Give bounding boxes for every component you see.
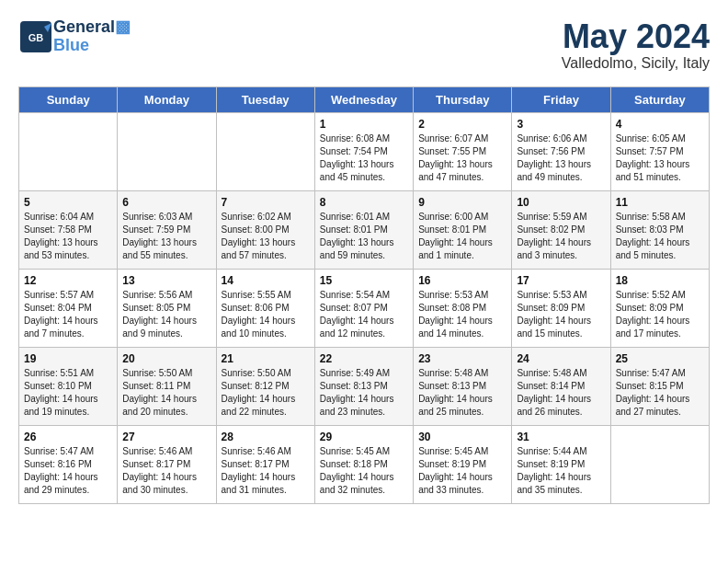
day-number: 30	[418, 431, 506, 443]
day-info: Sunrise: 6:00 AM Sunset: 8:01 PM Dayligh…	[418, 211, 506, 262]
logo-blue: Blue	[53, 37, 131, 53]
day-info: Sunrise: 5:48 AM Sunset: 8:14 PM Dayligh…	[517, 367, 605, 419]
calendar-cell: 16Sunrise: 5:53 AM Sunset: 8:08 PM Dayli…	[414, 269, 512, 347]
day-number: 1	[320, 118, 408, 131]
day-info: Sunrise: 5:58 AM Sunset: 8:03 PM Dayligh…	[616, 211, 704, 262]
calendar-cell: 30Sunrise: 5:45 AM Sunset: 8:19 PM Dayli…	[414, 425, 512, 503]
day-number: 8	[320, 196, 408, 209]
day-info: Sunrise: 5:47 AM Sunset: 8:15 PM Dayligh…	[616, 367, 704, 419]
day-info: Sunrise: 5:56 AM Sunset: 8:05 PM Dayligh…	[122, 289, 210, 340]
weekday-header-sunday: Sunday	[19, 86, 118, 112]
day-number: 12	[24, 274, 112, 287]
calendar-cell: 26Sunrise: 5:47 AM Sunset: 8:16 PM Dayli…	[19, 425, 118, 503]
day-number: 16	[418, 274, 506, 287]
calendar-cell: 25Sunrise: 5:47 AM Sunset: 8:15 PM Dayli…	[610, 347, 709, 425]
day-number: 29	[320, 431, 408, 443]
calendar-cell: 29Sunrise: 5:45 AM Sunset: 8:18 PM Dayli…	[314, 425, 413, 503]
day-number: 19	[24, 352, 112, 365]
day-info: Sunrise: 6:05 AM Sunset: 7:57 PM Dayligh…	[616, 132, 704, 184]
day-number: 6	[122, 196, 210, 209]
day-info: Sunrise: 5:44 AM Sunset: 8:19 PM Dayligh…	[517, 445, 605, 497]
day-number: 13	[122, 274, 210, 287]
day-info: Sunrise: 5:46 AM Sunset: 8:17 PM Dayligh…	[122, 445, 210, 497]
calendar-cell: 7Sunrise: 6:02 AM Sunset: 8:00 PM Daylig…	[216, 190, 314, 269]
logo: GB General▩ Blue	[18, 18, 131, 53]
day-info: Sunrise: 6:01 AM Sunset: 8:01 PM Dayligh…	[320, 211, 408, 262]
day-info: Sunrise: 5:45 AM Sunset: 8:18 PM Dayligh…	[320, 445, 408, 497]
calendar-cell: 21Sunrise: 5:50 AM Sunset: 8:12 PM Dayli…	[216, 347, 314, 425]
calendar-cell: 5Sunrise: 6:04 AM Sunset: 7:58 PM Daylig…	[19, 190, 118, 269]
day-number: 5	[24, 196, 112, 209]
day-number: 31	[517, 431, 605, 443]
weekday-header-saturday: Saturday	[610, 86, 709, 112]
day-number: 7	[222, 196, 310, 209]
week-row-5: 26Sunrise: 5:47 AM Sunset: 8:16 PM Dayli…	[19, 425, 710, 503]
week-row-3: 12Sunrise: 5:57 AM Sunset: 8:04 PM Dayli…	[19, 269, 710, 347]
day-info: Sunrise: 5:55 AM Sunset: 8:06 PM Dayligh…	[222, 289, 310, 340]
location: Valledolmo, Sicily, Italy	[562, 55, 710, 72]
calendar-cell: 8Sunrise: 6:01 AM Sunset: 8:01 PM Daylig…	[314, 190, 413, 269]
calendar-cell: 19Sunrise: 5:51 AM Sunset: 8:10 PM Dayli…	[19, 347, 118, 425]
calendar-cell: 28Sunrise: 5:46 AM Sunset: 8:17 PM Dayli…	[216, 425, 314, 503]
day-info: Sunrise: 6:08 AM Sunset: 7:54 PM Dayligh…	[320, 132, 408, 184]
calendar-cell: 14Sunrise: 5:55 AM Sunset: 8:06 PM Dayli…	[216, 269, 314, 347]
calendar-cell	[118, 112, 216, 190]
day-info: Sunrise: 5:50 AM Sunset: 8:12 PM Dayligh…	[222, 367, 310, 419]
day-number: 22	[320, 352, 408, 365]
day-info: Sunrise: 5:51 AM Sunset: 8:10 PM Dayligh…	[24, 367, 112, 419]
day-info: Sunrise: 5:53 AM Sunset: 8:09 PM Dayligh…	[517, 289, 605, 340]
month-title: May 2024	[562, 18, 710, 55]
weekday-header-row: SundayMondayTuesdayWednesdayThursdayFrid…	[19, 86, 710, 112]
day-info: Sunrise: 5:48 AM Sunset: 8:13 PM Dayligh…	[418, 367, 506, 419]
day-info: Sunrise: 5:57 AM Sunset: 8:04 PM Dayligh…	[24, 289, 112, 340]
calendar-cell: 22Sunrise: 5:49 AM Sunset: 8:13 PM Dayli…	[314, 347, 413, 425]
logo-general: General▩	[53, 18, 131, 37]
weekday-header-tuesday: Tuesday	[216, 86, 314, 112]
calendar-cell: 27Sunrise: 5:46 AM Sunset: 8:17 PM Dayli…	[118, 425, 216, 503]
weekday-header-friday: Friday	[512, 86, 610, 112]
day-info: Sunrise: 5:45 AM Sunset: 8:19 PM Dayligh…	[418, 445, 506, 497]
weekday-header-wednesday: Wednesday	[314, 86, 413, 112]
day-info: Sunrise: 5:53 AM Sunset: 8:08 PM Dayligh…	[418, 289, 506, 340]
calendar-cell	[610, 425, 709, 503]
calendar-cell: 18Sunrise: 5:52 AM Sunset: 8:09 PM Dayli…	[610, 269, 709, 347]
calendar-cell: 3Sunrise: 6:06 AM Sunset: 7:56 PM Daylig…	[512, 112, 610, 190]
weekday-header-thursday: Thursday	[414, 86, 512, 112]
day-number: 25	[616, 352, 704, 365]
day-number: 11	[616, 196, 704, 209]
day-info: Sunrise: 6:07 AM Sunset: 7:55 PM Dayligh…	[418, 132, 506, 184]
week-row-4: 19Sunrise: 5:51 AM Sunset: 8:10 PM Dayli…	[19, 347, 710, 425]
logo-text-block: General▩ Blue	[53, 18, 131, 53]
calendar-cell: 15Sunrise: 5:54 AM Sunset: 8:07 PM Dayli…	[314, 269, 413, 347]
day-info: Sunrise: 5:52 AM Sunset: 8:09 PM Dayligh…	[616, 289, 704, 340]
title-block: May 2024 Valledolmo, Sicily, Italy	[562, 18, 710, 72]
day-number: 21	[222, 352, 310, 365]
calendar-cell: 24Sunrise: 5:48 AM Sunset: 8:14 PM Dayli…	[512, 347, 610, 425]
calendar-cell: 20Sunrise: 5:50 AM Sunset: 8:11 PM Dayli…	[118, 347, 216, 425]
day-number: 9	[418, 196, 506, 209]
calendar-cell: 4Sunrise: 6:05 AM Sunset: 7:57 PM Daylig…	[610, 112, 709, 190]
day-number: 17	[517, 274, 605, 287]
day-info: Sunrise: 5:49 AM Sunset: 8:13 PM Dayligh…	[320, 367, 408, 419]
day-number: 4	[616, 118, 704, 131]
day-info: Sunrise: 6:02 AM Sunset: 8:00 PM Dayligh…	[222, 211, 310, 262]
day-number: 28	[222, 431, 310, 443]
calendar-table: SundayMondayTuesdayWednesdayThursdayFrid…	[18, 86, 710, 504]
day-number: 23	[418, 352, 506, 365]
day-number: 14	[222, 274, 310, 287]
day-info: Sunrise: 5:59 AM Sunset: 8:02 PM Dayligh…	[517, 211, 605, 262]
calendar-cell: 31Sunrise: 5:44 AM Sunset: 8:19 PM Dayli…	[512, 425, 610, 503]
day-info: Sunrise: 5:47 AM Sunset: 8:16 PM Dayligh…	[24, 445, 112, 497]
weekday-header-monday: Monday	[118, 86, 216, 112]
calendar-cell	[19, 112, 118, 190]
logo-icon: GB	[18, 19, 51, 52]
calendar-cell: 1Sunrise: 6:08 AM Sunset: 7:54 PM Daylig…	[314, 112, 413, 190]
day-number: 18	[616, 274, 704, 287]
day-info: Sunrise: 6:03 AM Sunset: 7:59 PM Dayligh…	[122, 211, 210, 262]
day-info: Sunrise: 5:46 AM Sunset: 8:17 PM Dayligh…	[222, 445, 310, 497]
calendar-cell: 23Sunrise: 5:48 AM Sunset: 8:13 PM Dayli…	[414, 347, 512, 425]
day-number: 24	[517, 352, 605, 365]
calendar-cell: 2Sunrise: 6:07 AM Sunset: 7:55 PM Daylig…	[414, 112, 512, 190]
day-number: 2	[418, 118, 506, 131]
calendar-cell: 17Sunrise: 5:53 AM Sunset: 8:09 PM Dayli…	[512, 269, 610, 347]
